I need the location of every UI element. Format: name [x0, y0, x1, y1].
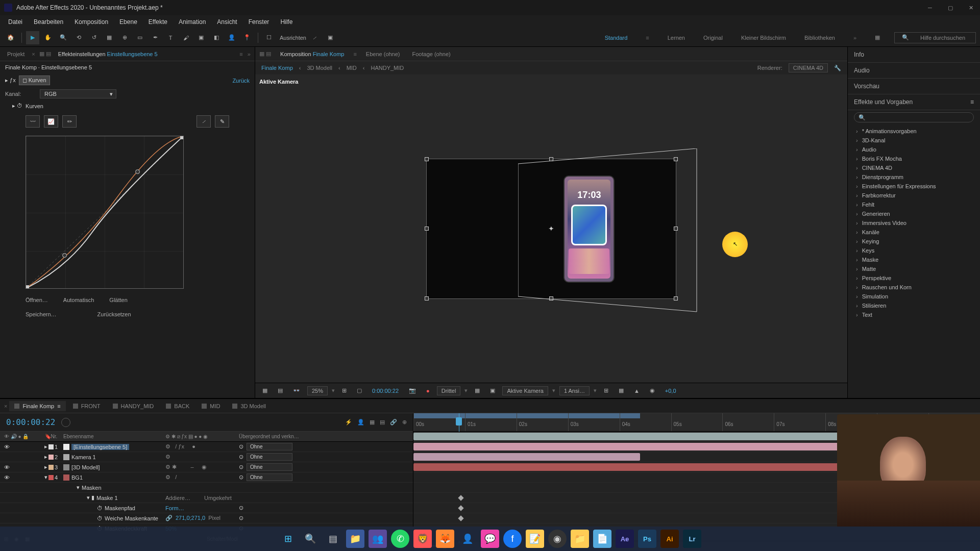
- menu-hilfe[interactable]: Hilfe: [275, 16, 298, 28]
- curves-open-button[interactable]: Öffnen…: [26, 297, 48, 303]
- app-icon-1[interactable]: 👤: [458, 530, 477, 548]
- start-button[interactable]: ⊞: [279, 530, 297, 548]
- facebook-icon[interactable]: f: [503, 530, 522, 548]
- tree-item[interactable]: Maske: [848, 255, 980, 264]
- tree-item[interactable]: Rauschen und Korn: [848, 283, 980, 292]
- selection-tool[interactable]: ▶: [26, 31, 39, 44]
- timeline-tab-0[interactable]: Finale Komp ≡: [9, 401, 65, 411]
- puppet-tool[interactable]: 📍: [240, 31, 254, 44]
- whatsapp-icon[interactable]: ✆: [391, 530, 409, 548]
- crumb-1[interactable]: 3D Modell: [307, 65, 332, 71]
- timeline-tab-1[interactable]: FRONT: [68, 401, 106, 411]
- composition-viewer[interactable]: Aktive Kamera ✦ 17:03: [255, 74, 847, 383]
- camera-tool[interactable]: ▦: [103, 31, 116, 44]
- tree-item[interactable]: Keys: [848, 246, 980, 255]
- rotate-tool[interactable]: ↺: [87, 31, 101, 44]
- tree-item[interactable]: Dienstprogramm: [848, 172, 980, 182]
- tree-item[interactable]: 3D-Kanal: [848, 136, 980, 145]
- timeline-tab-4[interactable]: MID: [197, 401, 225, 411]
- curves-freehand-button[interactable]: ✏: [62, 115, 77, 128]
- eraser-tool[interactable]: ◧: [210, 31, 223, 44]
- tree-item[interactable]: Boris FX Mocha: [848, 154, 980, 163]
- preview-panel-header[interactable]: Vorschau: [848, 79, 980, 94]
- curves-save-button[interactable]: Speichern…: [26, 311, 57, 317]
- brave-icon[interactable]: 🦁: [413, 530, 432, 548]
- layer-row-3[interactable]: 👁 ▸3 [3D Modell] ⚙ ✱ – ◉ ⊙ Ohne: [0, 462, 413, 472]
- layer-row-2[interactable]: ▸2 Kamera 1 ⚙ ⊙ Ohne: [0, 452, 413, 462]
- zoom-tool[interactable]: 🔍: [57, 31, 70, 44]
- roi-icon[interactable]: ▢: [354, 386, 365, 395]
- tree-item[interactable]: Fehlt: [848, 200, 980, 209]
- tree-item[interactable]: Stilisieren: [848, 301, 980, 310]
- workspace-standard[interactable]: Standard: [601, 33, 632, 43]
- notes-icon[interactable]: 📝: [526, 530, 544, 548]
- channel-dropdown[interactable]: RGB: [40, 89, 116, 98]
- curves-smooth-button[interactable]: Glätten: [109, 297, 127, 303]
- tree-item[interactable]: Generieren: [848, 209, 980, 218]
- close-button[interactable]: ✕: [966, 5, 976, 11]
- view-opt1-icon[interactable]: ⊞: [601, 386, 611, 395]
- menu-animation[interactable]: Animation: [174, 16, 211, 28]
- exposure-value[interactable]: +0,0: [662, 387, 679, 395]
- explorer-icon[interactable]: 📁: [346, 530, 364, 548]
- layer-tab[interactable]: Ebene (ohne): [363, 49, 403, 59]
- channel-icon[interactable]: ●: [423, 387, 433, 395]
- ae-icon[interactable]: Ae: [616, 530, 634, 548]
- tree-item[interactable]: Keying: [848, 237, 980, 246]
- minimize-button[interactable]: ─: [925, 5, 935, 11]
- parent-col[interactable]: Übergeordnet und verkn…: [235, 434, 413, 439]
- zoom-dropdown[interactable]: 25%: [307, 386, 328, 395]
- info-panel-header[interactable]: Info: [848, 47, 980, 63]
- viewer-timecode[interactable]: 0:00:00:22: [369, 387, 402, 395]
- ps-icon[interactable]: Ps: [638, 530, 656, 548]
- menu-datei[interactable]: Datei: [3, 16, 28, 28]
- curves-bezier-button[interactable]: 〰: [26, 115, 40, 128]
- taskview-icon[interactable]: ▤: [324, 530, 342, 548]
- tree-item[interactable]: * Animationsvorgaben: [848, 127, 980, 136]
- curves-reset-button[interactable]: Zurücksetzen: [97, 311, 131, 317]
- view-opt3-icon[interactable]: ▲: [631, 387, 643, 395]
- tree-item[interactable]: Perspektive: [848, 273, 980, 283]
- menu-ansicht[interactable]: Ansicht: [212, 16, 242, 28]
- type-tool[interactable]: T: [164, 31, 177, 44]
- curves-linear-button[interactable]: 📈: [44, 115, 58, 128]
- crumb-3[interactable]: HANDY_MID: [371, 65, 404, 71]
- 3d-icon[interactable]: ▣: [487, 386, 498, 395]
- timeline-timecode[interactable]: 0:00:00:22: [6, 417, 55, 427]
- curves-auto-button[interactable]: ⟋: [197, 115, 211, 128]
- ai-icon[interactable]: Ai: [660, 530, 679, 548]
- timeline-tab-3[interactable]: BACK: [161, 401, 194, 411]
- view-opt2-icon[interactable]: ▦: [616, 386, 627, 395]
- mask-icon[interactable]: 👓: [290, 386, 303, 395]
- firefox-icon[interactable]: 🦊: [436, 530, 454, 548]
- view-opt4-icon[interactable]: ◉: [647, 386, 658, 395]
- clone-tool[interactable]: ▣: [194, 31, 208, 44]
- hand-tool[interactable]: ✋: [41, 31, 55, 44]
- tree-item[interactable]: Farbkorrektur: [848, 191, 980, 200]
- roto-tool[interactable]: 👤: [225, 31, 238, 44]
- tl-icon-2[interactable]: 👤: [357, 419, 364, 425]
- renderer-settings-icon[interactable]: 🔧: [834, 65, 841, 71]
- snap-opt1[interactable]: ⟋: [308, 31, 322, 44]
- notepad-icon[interactable]: 📄: [593, 530, 611, 548]
- crumb-0[interactable]: Finale Komp: [261, 65, 293, 71]
- timeline-search-icon[interactable]: [61, 418, 70, 427]
- camera-dropdown[interactable]: Aktive Kamera: [502, 386, 548, 395]
- snap-checkbox[interactable]: ☐: [262, 31, 276, 44]
- close-icon[interactable]: ×: [32, 51, 35, 57]
- obs-icon[interactable]: ◉: [548, 530, 567, 548]
- grid-icon[interactable]: ▦: [259, 386, 271, 395]
- layer-maskpath[interactable]: ⏱ Maskenpfad Form… ⊙: [0, 503, 413, 513]
- renderer-dropdown[interactable]: CINEMA 4D: [789, 63, 828, 72]
- tree-item[interactable]: Matte: [848, 264, 980, 273]
- project-tab[interactable]: Projekt: [4, 49, 28, 59]
- curves-stopwatch-icon[interactable]: ▸ ⏱: [12, 103, 22, 109]
- name-col[interactable]: Ebenenname: [61, 434, 163, 439]
- fx-toggle-icon[interactable]: ▸ ƒx: [5, 77, 16, 84]
- help-search-input[interactable]: 🔍Hilfe durchsuchen: [894, 32, 976, 43]
- snapshot-icon[interactable]: 📷: [406, 386, 419, 395]
- tl-icon-6[interactable]: ⊕: [402, 419, 407, 425]
- tl-icon-4[interactable]: ▤: [380, 419, 385, 425]
- tree-item[interactable]: Simulation: [848, 292, 980, 301]
- menu-fenster[interactable]: Fenster: [243, 16, 275, 28]
